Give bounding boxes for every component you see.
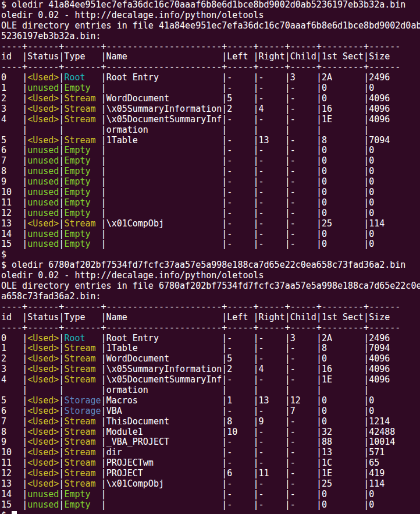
cell-size: 7094 [369,135,400,146]
cell-name: WordDocument [106,353,222,364]
cell-left: - [227,499,253,510]
table-row: 7 |<Used>|Stream |ThisDocument |8 |9 |- … [1,417,420,427]
table-row: 2 |<Used>|Stream |WordDocument |5 |- |- … [1,354,420,364]
cell-size: 0 [369,229,400,239]
column-separator: | [285,353,290,364]
cell-right: - [259,197,285,208]
cell-child: - [290,197,316,208]
cell-id: 14 [1,489,22,499]
column-separator: | [254,395,259,406]
column-separator: | [101,458,106,468]
column-separator: | [364,353,369,364]
column-separator: | [222,114,227,125]
terminal-cursor[interactable] [12,511,17,514]
column-separator: | [285,229,290,239]
cell-left: - [227,155,253,166]
column-separator: | [22,104,27,114]
column-separator: | [364,416,369,427]
column-separator: | [22,176,27,187]
cell-1st-sect: 0 [322,166,364,176]
cell-status: unused [27,83,59,93]
column-separator: | [364,489,369,499]
column-separator: | [254,437,259,447]
column-separator: | [285,187,290,197]
cell-status: <Used> [27,114,59,125]
cell-status: <Used> [27,437,59,447]
cell-name: \x01CompObj [106,478,222,489]
cell-child: - [290,489,316,499]
column-separator: | [364,437,369,447]
cell-type: Empty [64,83,101,93]
column-separator: | [222,447,227,458]
table-separator: ----+------+-------+--------------------… [1,322,400,333]
cell-left: 2 [227,364,253,374]
cell-status [27,125,59,135]
cell-id: 4 [1,374,22,385]
column-separator: | [254,114,259,125]
cell-name [106,176,222,187]
cell-1st-sect: 32 [322,427,364,437]
cell-type: Stream [64,374,101,385]
table-separator: ----+------+-------+--------------------… [1,42,420,52]
column-separator: | [316,135,322,146]
table-row: 4 |<Used>|Stream |\x05DocumentSummaryInf… [1,375,420,385]
table-row: 11 |<Used>|Stream |PROJECTwm |- |- |- |1… [1,458,420,469]
column-separator: | [364,478,369,489]
cell-1st-sect: 0 [322,353,364,364]
cell-child: - [290,447,316,458]
cell-child [290,385,316,395]
column-separator: | [101,93,106,104]
column-separator: | [316,478,322,489]
intro-line: OLE directory entries in file 41a84ee951… [1,20,420,31]
column-separator: | [316,364,322,374]
table-row: 1 |<Used>|Stream |1Table |- |- |- |8 |70… [1,343,420,354]
column-separator: | [22,166,27,176]
column-separator: | [254,72,259,83]
cell-name [106,499,222,510]
column-separator: | [316,83,322,93]
cell-right: - [259,458,285,468]
cell-size: 2496 [369,333,400,343]
column-separator: | [22,343,27,353]
cell-size: 0 [369,83,400,93]
prompt-line: $ [1,249,6,260]
cell-name: ormation [106,125,222,135]
cell-status: <Used> [27,333,59,343]
table-row: 8 |unused|Empty | |- |- |- |0 |0 [1,166,420,177]
column-separator: | [101,155,106,166]
column-separator: | [101,239,106,249]
cell-1st-sect: 25 [322,218,364,229]
column-separator: | [285,104,290,114]
column-separator: | [316,218,322,229]
column-separator: | [254,447,259,458]
cell-1st-sect: 0 [322,489,364,499]
cell-child: 7 [290,406,316,416]
table-row: 11 |unused|Empty | |- |- |- |0 |0 [1,198,420,208]
column-separator: | [22,208,27,218]
cell-child: - [290,208,316,218]
cell-size: 419 [369,468,400,478]
cell-name [106,489,222,499]
column-separator: | [364,343,369,353]
table-row: 15 |unused|Empty | |- |- |- |0 |0 [1,239,420,250]
column-separator: | [222,343,227,353]
column-separator: | [101,427,106,437]
cell-right: - [259,447,285,458]
column-separator: | [316,145,322,155]
cell-child: - [290,437,316,447]
column-separator: | [364,468,369,478]
cell-right: - [259,353,285,364]
column-separator: | [285,218,290,229]
cell-name: \x05DocumentSummaryInf [106,374,222,385]
table-separator: ----+------+-------+--------------------… [1,62,420,73]
intro-line: OLE directory entries in file 6780af202b… [1,281,420,291]
column-separator: | [316,385,322,395]
cell-size: 4096 [369,353,400,364]
cell-right: - [259,343,285,353]
table-row: 1 |unused|Empty | |- |- |- |0 |0 [1,83,420,94]
cell-id: 14 [1,229,22,239]
cell-right: - [259,489,285,499]
terminal-window[interactable]: $ oledir 41a84ee951ec7efa36dc16c70aaaf6b… [0,0,420,514]
cell-right: - [259,93,285,104]
cell-child: - [290,187,316,197]
